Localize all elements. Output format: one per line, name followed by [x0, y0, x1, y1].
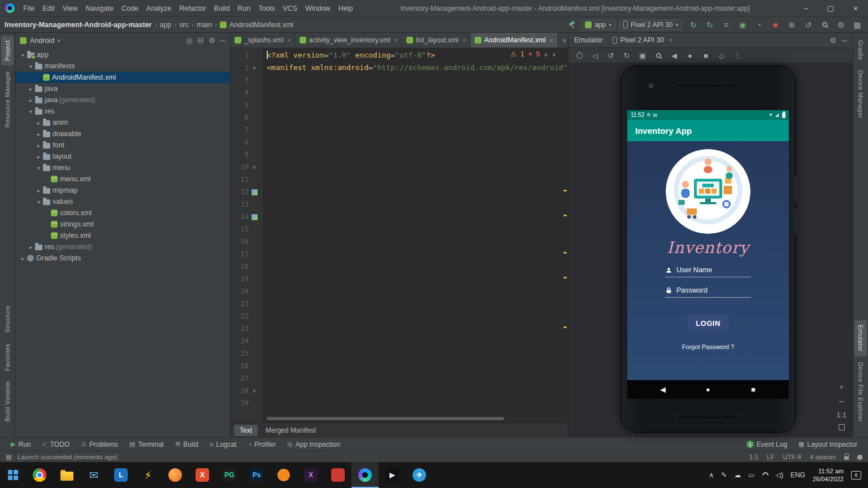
power-icon[interactable] [575, 53, 583, 59]
run-configurations-icon[interactable]: ≡ [720, 19, 732, 31]
forgot-password-link[interactable]: Forgot Password ? [682, 343, 734, 350]
stripe-tab-structure[interactable]: Structure [1, 301, 14, 337]
tree-item-androidmanifest-xml[interactable]: AndroidManifest.xml [15, 72, 230, 83]
menu-edit[interactable]: Edit [38, 2, 59, 15]
overview-icon[interactable]: ■ [702, 51, 710, 60]
breadcrumb-item-src[interactable]: src [179, 21, 189, 29]
run-config-selector[interactable]: app ▾ [581, 20, 615, 30]
caret-position[interactable]: 1:1 [749, 454, 758, 460]
notifications-icon[interactable] [857, 455, 862, 459]
taskbar-mail[interactable]: ✉ [80, 462, 107, 488]
apply-changes-icon[interactable]: ↻ [687, 19, 700, 31]
close-icon[interactable]: × [287, 37, 290, 43]
tree-item-res[interactable]: ▾res [15, 106, 230, 117]
breadcrumb-item-androidmanifest-xml[interactable]: AndroidManifest.xml [229, 21, 293, 29]
debug-icon[interactable]: ◉ [736, 19, 749, 31]
indent-setting[interactable]: 4 spaces [810, 454, 836, 460]
more-icon[interactable]: ⋮ [734, 51, 741, 60]
start-button[interactable] [0, 462, 26, 488]
close-icon[interactable]: × [669, 37, 672, 43]
zoom-icon[interactable] [654, 53, 662, 58]
expand-arrow-icon[interactable]: ▸ [27, 97, 35, 103]
menu-build[interactable]: Build [210, 2, 234, 15]
tabs-overflow-icon[interactable]: ∨ [558, 33, 568, 47]
apply-code-changes-icon[interactable]: ↻ [704, 19, 716, 31]
emulator-device-tab[interactable]: Pixel 2 API 30 × [609, 35, 676, 45]
menu-run[interactable]: Run [233, 2, 254, 15]
tree-item-app[interactable]: ▾app [15, 49, 230, 60]
taskbar-ide[interactable]: ▶ [379, 462, 406, 488]
readonly-lock-icon[interactable] [844, 456, 849, 460]
tool-problems[interactable]: ⚠Problems [76, 439, 123, 450]
tree-item-mipmap[interactable]: ▸mipmap [15, 185, 230, 196]
collapse-arrow-icon[interactable]: ▾ [19, 52, 27, 58]
tray-wifi-icon[interactable] [762, 472, 769, 478]
stripe-tab-project[interactable]: Project [1, 36, 14, 66]
tree-item-styles-xml[interactable]: styles.xml [15, 230, 230, 241]
search-icon[interactable] [818, 19, 831, 31]
zoom-fit-icon[interactable] [839, 424, 845, 430]
tool-terminal[interactable]: ▤Terminal [124, 439, 169, 450]
tree-item-res-generated[interactable]: ▸res (generated) [15, 241, 230, 252]
tree-item-anim[interactable]: ▸anim [15, 117, 230, 128]
taskbar-orange-app[interactable] [270, 462, 297, 488]
taskbar-file-explorer[interactable] [53, 462, 80, 488]
menu-window[interactable]: Window [301, 2, 334, 15]
tool-todo[interactable]: ✓TODO [37, 439, 75, 450]
device-selector[interactable]: Pixel 2 API 30 ▾ [619, 20, 682, 30]
taskbar-telegram[interactable]: ✈ [406, 462, 433, 488]
tool-profiler[interactable]: ◔Profiler [243, 439, 281, 450]
tree-item-strings-xml[interactable]: strings.xml [15, 219, 230, 230]
fold-arrow-icon[interactable]: ∨ [249, 62, 260, 74]
tab-androidmanifest-xml[interactable]: AndroidManifest.xml× [471, 33, 558, 47]
next-issue-icon[interactable]: ∨ [552, 51, 556, 58]
tool-app-inspection[interactable]: ◎App Inspection [282, 439, 345, 450]
tree-item-colors-xml[interactable]: colors.xml [15, 207, 230, 219]
locate-file-icon[interactable]: ◎ [186, 36, 192, 45]
project-panel-header[interactable]: Android ▾ ◎⊟⚙─ [15, 33, 230, 48]
expand-arrow-icon[interactable]: ▸ [34, 142, 43, 149]
zoom-reset-button[interactable]: 1:1 [836, 411, 847, 419]
tray-volume-icon[interactable]: ◁) [776, 471, 783, 479]
taskbar-x-app[interactable]: X [189, 462, 216, 488]
tree-item-java[interactable]: ▸java [15, 83, 230, 94]
code-line[interactable]: <manifest xmlns:android="http://schemas.… [267, 63, 567, 72]
tree-item-manifests[interactable]: ▾manifests [15, 60, 230, 72]
minimize-button[interactable]: – [793, 0, 818, 17]
tool-event-log[interactable]: 1Event Log [741, 439, 792, 450]
zoom-out-button[interactable]: ─ [836, 397, 847, 406]
tab-activity-view-inventory-xml[interactable]: activity_view_inventory.xml× [296, 33, 402, 47]
back-icon[interactable]: ◀ [670, 51, 678, 60]
tree-item-menu[interactable]: ▾menu [15, 162, 230, 173]
settings-icon[interactable]: ⚙ [830, 36, 836, 45]
collapse-arrow-icon[interactable]: ▾ [34, 165, 43, 171]
taskbar-chrome[interactable] [26, 462, 53, 488]
taskbar-linkedin[interactable]: L [107, 462, 134, 488]
close-icon[interactable]: × [462, 37, 466, 43]
menu-view[interactable]: View [59, 2, 82, 15]
nav-back-icon[interactable]: ◀ [657, 385, 669, 394]
expand-arrow-icon[interactable]: ▸ [34, 120, 43, 126]
action-center-icon[interactable]: 6 [851, 471, 861, 480]
power-button[interactable] [795, 208, 797, 234]
hide-panel-icon[interactable]: ─ [842, 36, 847, 45]
code-editor[interactable]: 12∨345678910∨111213141516171819202122232… [231, 48, 568, 422]
tool-build[interactable]: ⚒Build [170, 439, 203, 450]
tree-item-menu-xml[interactable]: menu.xml [15, 173, 230, 185]
taskbar-pycharm[interactable]: PG [216, 462, 243, 488]
tree-item-drawable[interactable]: ▸drawable [15, 128, 230, 140]
expand-arrow-icon[interactable]: ▸ [27, 244, 35, 250]
profiler-icon[interactable]: ◔ [753, 19, 765, 31]
language-indicator[interactable]: ENG [791, 471, 805, 479]
taskbar-clock[interactable]: 11:52 am 26/04/2022 [813, 467, 844, 483]
username-field[interactable]: User Name [665, 266, 751, 277]
menu-code[interactable]: Code [118, 2, 142, 15]
stripe-tab-device-file-explorer[interactable]: Device File Explorer [854, 358, 867, 426]
tree-item-java-generated[interactable]: ▸java (generated) [15, 94, 230, 106]
warning-stripe-mark[interactable] [563, 215, 567, 216]
stripe-tab-build-variants[interactable]: Build Variants [1, 376, 14, 426]
sync-icon[interactable]: ↺ [802, 19, 814, 31]
tray-expand-icon[interactable]: ∧ [709, 471, 714, 479]
rotate-left-icon[interactable]: ↺ [607, 51, 615, 60]
maximize-button[interactable]: ▢ [818, 0, 843, 17]
